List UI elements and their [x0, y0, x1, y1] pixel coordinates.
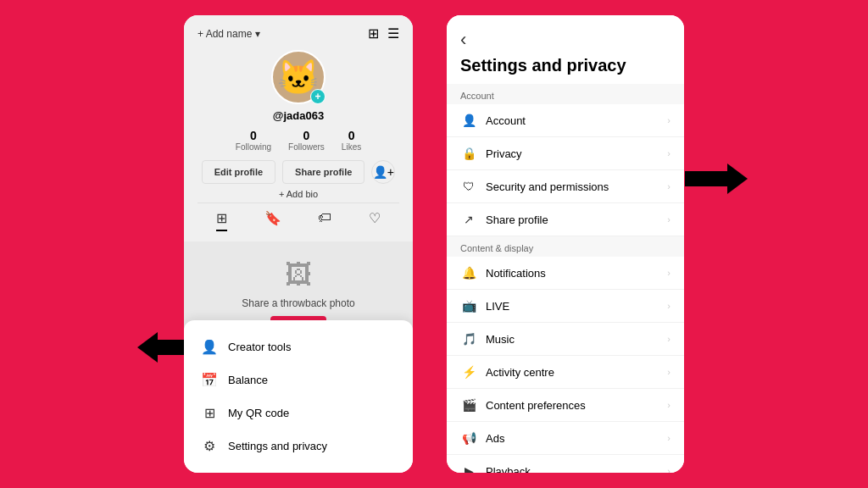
back-button[interactable]: ‹	[460, 29, 670, 51]
account-icon: 👤	[460, 114, 477, 127]
add-name-button[interactable]: + Add name ▾	[198, 28, 260, 40]
menu-icon[interactable]: ☰	[387, 25, 399, 42]
left-phone: + Add name ▾ ⊞ ☰ 🐱 + @jada063 0 Followin	[184, 15, 413, 473]
dropdown-menu: 👤 Creator tools 📅 Balance ⊞ My QR code ⚙…	[184, 320, 413, 473]
live-chevron-icon: ›	[667, 301, 670, 311]
music-item[interactable]: 🎵 Music ›	[447, 323, 684, 356]
throwback-icon: 🖼	[285, 259, 312, 291]
music-chevron-icon: ›	[667, 334, 670, 344]
share-profile-icon: ↗	[460, 213, 477, 226]
playback-item[interactable]: ▶ Playback ›	[447, 455, 684, 473]
creator-tools-label: Creator tools	[228, 341, 291, 353]
followers-count: 0	[303, 129, 310, 142]
playback-chevron-icon: ›	[667, 466, 670, 473]
content-preferences-icon: 🎬	[460, 398, 477, 412]
content-preferences-item[interactable]: 🎬 Content preferences ›	[447, 389, 684, 422]
add-user-icon: 👤+	[373, 165, 394, 179]
account-section-header: Account	[447, 84, 684, 104]
settings-content: Account 👤 Account › 🔒 Privacy › 🛡	[447, 84, 684, 473]
settings-title: Settings and privacy	[460, 56, 670, 75]
playback-icon: ▶	[460, 464, 477, 473]
account-label: Account	[486, 114, 526, 127]
share-profile-item[interactable]: ↗ Share profile ›	[447, 203, 684, 236]
action-buttons: Edit profile Share profile 👤+	[202, 160, 396, 184]
likes-label: Likes	[342, 142, 361, 152]
privacy-icon: 🔒	[460, 147, 477, 160]
qr-code-label: My QR code	[228, 407, 289, 419]
settings-icon: ⚙	[201, 438, 218, 454]
privacy-label: Privacy	[486, 147, 522, 160]
content-preferences-label: Content preferences	[486, 399, 586, 412]
following-stat: 0 Following	[236, 129, 271, 152]
account-item[interactable]: 👤 Account ›	[447, 104, 684, 137]
dropdown-chevron-icon: ▾	[255, 28, 260, 40]
content-preferences-chevron-icon: ›	[667, 400, 670, 410]
qr-code-icon: ⊞	[201, 405, 218, 421]
ads-chevron-icon: ›	[667, 433, 670, 443]
tab-bookmark-icon[interactable]: 🔖	[264, 210, 281, 231]
share-profile-button[interactable]: Share profile	[282, 160, 364, 184]
tab-heart-icon[interactable]: ♡	[369, 210, 381, 231]
following-label: Following	[236, 142, 271, 152]
security-item[interactable]: 🛡 Security and permissions ›	[447, 170, 684, 203]
security-label: Security and permissions	[486, 180, 609, 193]
balance-item[interactable]: 📅 Balance	[184, 363, 413, 396]
security-chevron-icon: ›	[667, 181, 670, 191]
followers-label: Followers	[288, 142, 325, 152]
tab-grid-icon[interactable]: ⊞	[216, 210, 227, 231]
settings-privacy-item[interactable]: ⚙ Settings and privacy	[184, 430, 413, 463]
right-arrow	[685, 164, 748, 194]
notifications-icon: 🔔	[460, 266, 477, 280]
following-count: 0	[250, 129, 257, 142]
avatar-container: 🐱 +	[271, 50, 326, 104]
music-label: Music	[486, 333, 515, 346]
ads-icon: 📢	[460, 431, 477, 445]
edit-profile-button[interactable]: Edit profile	[202, 160, 275, 184]
live-icon: 📺	[460, 299, 477, 313]
activity-centre-icon: ⚡	[460, 365, 477, 379]
balance-label: Balance	[228, 374, 268, 386]
security-icon: 🛡	[460, 180, 477, 193]
settings-panel: ‹ Settings and privacy Account 👤 Account…	[447, 15, 684, 473]
notifications-label: Notifications	[486, 267, 546, 280]
tab-row: ⊞ 🔖 🏷 ♡	[198, 202, 399, 231]
qr-code-item[interactable]: ⊞ My QR code	[184, 396, 413, 430]
live-item[interactable]: 📺 LIVE ›	[447, 290, 684, 323]
ads-item[interactable]: 📢 Ads ›	[447, 422, 684, 455]
avatar-plus-button[interactable]: +	[310, 89, 326, 104]
content-section-header: Content & display	[447, 236, 684, 257]
creator-tools-icon: 👤	[201, 339, 218, 355]
activity-centre-label: Activity centre	[486, 366, 554, 379]
add-name-label: + Add name	[198, 28, 252, 40]
throwback-title: Share a throwback photo	[242, 297, 354, 309]
settings-privacy-label: Settings and privacy	[228, 440, 327, 452]
activity-centre-chevron-icon: ›	[667, 367, 670, 377]
activity-centre-item[interactable]: ⚡ Activity centre ›	[447, 356, 684, 389]
balance-icon: 📅	[201, 372, 218, 388]
tab-tag-icon[interactable]: 🏷	[318, 210, 331, 231]
likes-stat: 0 Likes	[342, 129, 361, 152]
username: @jada063	[273, 109, 324, 122]
playback-label: Playback	[486, 465, 531, 474]
add-bio-button[interactable]: + Add bio	[279, 189, 318, 199]
top-bar: + Add name ▾ ⊞ ☰	[198, 25, 399, 42]
top-icons: ⊞ ☰	[368, 25, 399, 42]
live-label: LIVE	[486, 300, 509, 313]
music-icon: 🎵	[460, 332, 477, 346]
settings-header: ‹ Settings and privacy	[447, 15, 684, 84]
add-user-button[interactable]: 👤+	[371, 160, 395, 184]
notifications-chevron-icon: ›	[667, 268, 670, 278]
grid-icon[interactable]: ⊞	[368, 25, 379, 42]
account-chevron-icon: ›	[667, 115, 670, 125]
privacy-chevron-icon: ›	[667, 148, 670, 158]
profile-area: + Add name ▾ ⊞ ☰ 🐱 + @jada063 0 Followin	[184, 15, 413, 241]
notifications-item[interactable]: 🔔 Notifications ›	[447, 257, 684, 290]
share-profile-label: Share profile	[486, 214, 548, 226]
share-profile-chevron-icon: ›	[667, 214, 670, 225]
ads-label: Ads	[486, 432, 504, 445]
creator-tools-item[interactable]: 👤 Creator tools	[184, 330, 413, 363]
followers-stat: 0 Followers	[288, 129, 325, 152]
stats-row: 0 Following 0 Followers 0 Likes	[236, 129, 361, 152]
likes-count: 0	[348, 129, 355, 142]
privacy-item[interactable]: 🔒 Privacy ›	[447, 137, 684, 170]
